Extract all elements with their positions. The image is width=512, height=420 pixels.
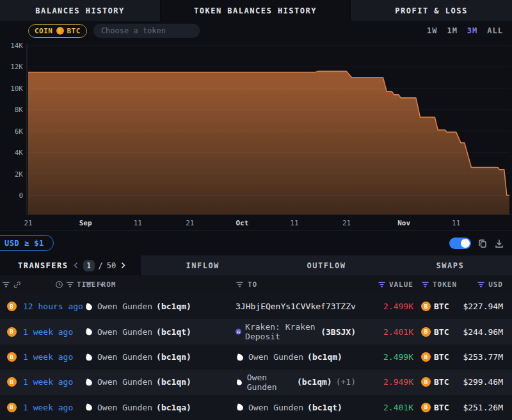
transfer-tab-swaps[interactable]: SWAPS [388,255,512,275]
tx-token-cell: B [0,302,23,311]
balance-area-chart[interactable]: 02K4K6K8K10K12K14K21Sep1121Oct1121Nov11 [0,40,512,230]
tx-from-cell: Owen Gunden(bc1qn) [84,352,236,362]
usd-filter-chip[interactable]: USD ≥ $1 [0,235,54,251]
to-entity-tag[interactable]: (bc1qm) [307,352,342,362]
copy-icon[interactable] [477,238,488,248]
entity-drop-icon [84,327,93,336]
bitcoin-icon: B [7,403,17,412]
range-all[interactable]: ALL [487,26,503,35]
bitcoin-icon: B [421,302,431,311]
from-entity-name[interactable]: Owen Gunden [97,327,152,337]
svg-text:11: 11 [134,219,142,227]
link-icon[interactable] [13,280,21,289]
svg-text:12K: 12K [10,63,23,71]
bitcoin-icon: B [421,352,431,362]
tx-time-link[interactable]: 1 week ago [23,377,73,387]
to-entity-tag[interactable]: (bc1qm) [297,377,332,387]
top-tab-profit-loss[interactable]: PROFIT & LOSS [351,0,512,21]
svg-text:10K: 10K [10,85,23,93]
from-entity-tag[interactable]: (bc1qa) [156,403,191,412]
from-entity-name[interactable]: Owen Gunden [97,352,152,362]
col-token-label[interactable]: TOKEN [433,280,457,289]
tx-value: 2.499K [383,302,413,311]
svg-text:8K: 8K [15,106,24,114]
token-symbol: BTC [434,352,449,362]
to-entity-name[interactable]: Owen Gunden [248,403,303,412]
tx-to-cell: Owen Gunden(bc1qt) [236,403,356,412]
col-from-label[interactable]: FROM [97,280,116,289]
to-entity-name[interactable]: Owen Gunden [248,352,303,362]
transfer-row[interactable]: B1 week agoOwen Gunden(bc1qn)Owen Gunden… [0,344,512,369]
transfer-row[interactable]: B12 hours agoOwen Gunden(bc1qm)3JHbjEQen… [0,294,512,319]
transfer-tab-inflow[interactable]: INFLOW [141,255,264,275]
to-entity-tag[interactable]: (3BSJX) [321,327,356,337]
prev-page-chevron-icon[interactable] [72,261,79,270]
transfer-row[interactable]: B1 week agoOwen Gunden(bc1qt)Kraken: Kra… [0,319,512,344]
from-entity-name[interactable]: Owen Gunden [97,377,152,387]
from-entity-name[interactable]: Owen Gunden [97,302,152,311]
token-symbol: BTC [434,403,449,412]
entity-drop-icon [84,353,93,362]
range-3m[interactable]: 3M [467,26,477,35]
to-entity-name[interactable]: Kraken: Kraken Deposit [245,322,317,341]
tx-from-cell: Owen Gunden(bc1qn) [84,377,236,387]
tx-time-link[interactable]: 1 week ago [23,327,73,337]
tx-usd-value: $227.94M [463,302,503,311]
token-filter-icon[interactable] [421,280,429,289]
tx-value: 2.401K [383,403,413,412]
transfer-tab-outflow[interactable]: OUTFLOW [264,255,388,275]
token-balance-chart[interactable]: 02K4K6K8K10K12K14K21Sep1121Oct1121Nov11 [0,40,512,230]
transfer-row[interactable]: B1 week agoOwen Gunden(bc1qn)Owen Gunden… [0,369,512,394]
from-entity-name[interactable]: Owen Gunden [97,403,152,412]
from-entity-tag[interactable]: (bc1qm) [156,302,191,311]
from-filter-icon[interactable] [84,280,93,289]
tx-to-cell: Owen Gunden(bc1qm)(+1) [236,373,356,392]
tx-time-link[interactable]: 1 week ago [23,352,73,362]
kraken-icon [236,327,241,336]
tx-time-link[interactable]: 1 week ago [23,403,73,412]
tx-value: 2.499K [383,352,413,362]
usd-filter-icon[interactable] [477,280,485,289]
to-address-link[interactable]: 3JHbjEQenYs1CVVkef73TZZveMCY7b3… [236,302,356,311]
col-to-label[interactable]: TO [248,280,257,289]
from-entity-tag[interactable]: (bc1qt) [156,327,191,337]
tx-to-cell: Owen Gunden(bc1qm) [236,352,356,362]
from-entity-tag[interactable]: (bc1qn) [156,377,191,387]
page-current[interactable]: 1 [83,260,95,271]
to-entity-tag[interactable]: (bc1qt) [307,403,342,412]
page-total: 50 [107,261,116,270]
range-1m[interactable]: 1M [447,26,457,35]
download-icon[interactable] [494,238,504,248]
value-filter-icon[interactable] [378,280,386,289]
tx-token-cell: B [0,327,23,337]
col-value-label[interactable]: VALUE [389,280,413,289]
tx-time-link[interactable]: 12 hours ago [23,302,83,311]
entity-drop-icon [236,403,244,412]
to-entity-name[interactable]: Owen Gunden [247,373,293,392]
tx-to-cell: Kraken: Kraken Deposit(3BSJX) [236,322,356,341]
time-range-selector: 1W1M3MALL [427,26,506,35]
next-page-chevron-icon[interactable] [120,261,127,270]
to-filter-icon[interactable] [236,280,244,289]
tx-token: BBTC [421,302,460,311]
token-search-input[interactable] [93,24,200,38]
col-usd-label[interactable]: USD [488,280,503,289]
coin-btc-toggle[interactable]: COIN B BTC [28,24,87,38]
tx-from-cell: Owen Gunden(bc1qm) [84,302,236,311]
usd-filter-toggle[interactable] [449,238,471,249]
range-1w[interactable]: 1W [427,26,437,35]
tx-usd-value: $244.96M [463,327,503,337]
tx-token: BBTC [421,327,460,337]
from-entity-tag[interactable]: (bc1qn) [156,352,191,362]
transfers-table-header: TIME ▼ FROM TO VALUE TOKEN USD [0,275,512,294]
tx-from-cell: Owen Gunden(bc1qt) [84,327,236,337]
clock-icon[interactable] [55,280,63,289]
transfers-title: TRANSFERS [18,261,68,270]
entity-drop-icon [236,378,243,387]
filter-icon[interactable] [2,280,10,289]
top-tab-balances-history[interactable]: BALANCES HISTORY [0,0,160,21]
transfer-row[interactable]: B1 week agoOwen Gunden(bc1qa)Owen Gunden… [0,395,512,420]
page-separator: / [99,261,103,270]
time-filter-icon[interactable] [66,280,74,289]
top-tab-token-balances-history[interactable]: TOKEN BALANCES HISTORY [161,0,349,21]
